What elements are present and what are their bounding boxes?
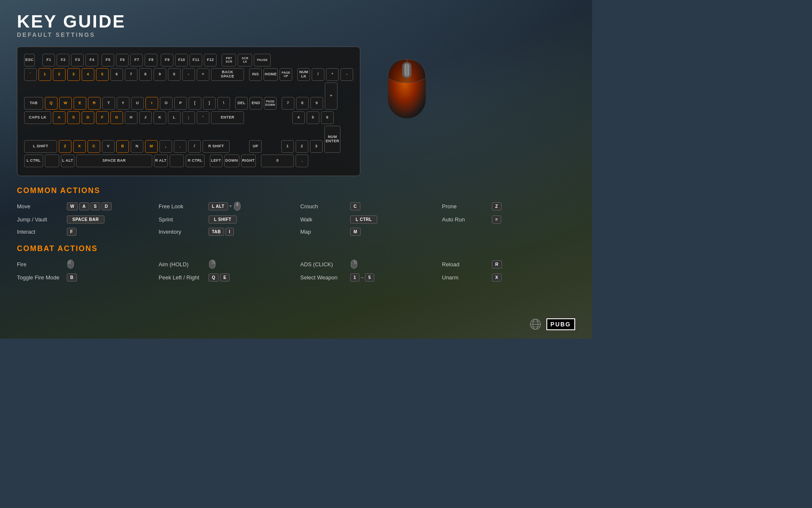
key-left: LEFT [210, 155, 222, 167]
key-n: N [131, 140, 143, 153]
key-num4: 4 [292, 111, 305, 124]
key-num7: 7 [282, 97, 294, 110]
key-lshift: L SHIFT [24, 140, 57, 153]
key-numminus: - [340, 68, 353, 81]
action-peek-label: Peek Left / Right [159, 274, 205, 281]
key-badge-d: D [102, 202, 112, 210]
key-badge-lctrl: L CTRL [350, 215, 377, 224]
action-walk-label: Walk [300, 216, 347, 223]
key-9: 9 [154, 68, 166, 81]
key-c: C [88, 140, 100, 153]
action-aim: Aim (HOLD) [159, 259, 292, 269]
key-lbracket: [ [189, 97, 201, 110]
key-t: T [102, 97, 115, 110]
action-prone-label: Prone [442, 203, 488, 210]
key-space: SPACE BAR [76, 155, 152, 167]
action-prone: Prone Z [442, 201, 575, 211]
key-f5: F5 [102, 54, 114, 66]
key-f8: F8 [145, 54, 157, 66]
key-numenter: NUMENTER [324, 126, 340, 153]
action-aim-keys [208, 259, 216, 269]
key-f2: F2 [57, 54, 69, 66]
key-numslash: / [312, 68, 324, 81]
key-capslk: CAPS LK [24, 111, 51, 124]
key-badge-w: W [67, 202, 78, 210]
key-i: I [145, 97, 158, 110]
action-sprint: Sprint L SHIFT [159, 215, 292, 224]
action-inventory-keys: TAB I [208, 228, 234, 236]
combat-actions-title: COMBAT ACTIONS [17, 244, 575, 253]
rmb-icon-aim [208, 259, 216, 269]
key-rbracket: ] [203, 97, 216, 110]
title-section: KEY GUIDE DEFAULT SETTINGS [17, 13, 575, 38]
action-interact: Interact F [17, 228, 150, 236]
action-selectweapon-label: Select Weapon [300, 274, 347, 281]
key-badge-b: B [67, 273, 77, 282]
key-num5: 5 [307, 111, 319, 124]
action-move: Move W A S D [17, 201, 150, 211]
key-0: 0 [168, 68, 181, 81]
action-firemode-keys: B [67, 273, 77, 282]
action-jump-keys: SPACE BAR [67, 215, 104, 224]
action-walk: Walk L CTRL [300, 215, 433, 224]
action-autorun-label: Auto Run [442, 216, 488, 223]
action-inventory-label: Inventory [159, 229, 205, 235]
action-autorun: Auto Run = [442, 215, 575, 224]
key-badge-x: X [492, 273, 502, 282]
action-peek-keys: Q E [208, 273, 230, 282]
key-del: DEL [235, 97, 248, 110]
action-firemode: Toggle Fire Mode B [17, 273, 150, 282]
action-interact-keys: F [67, 228, 77, 236]
mouse-diagram [373, 47, 441, 140]
key-z: Z [59, 140, 71, 153]
key-f10: F10 [175, 54, 188, 66]
action-walk-keys: L CTRL [350, 215, 377, 224]
action-jump: Jump / Vault SPACE BAR [17, 215, 150, 224]
key-quote: ' [197, 111, 209, 124]
key-f4: F4 [85, 54, 98, 66]
action-map-keys: M [350, 228, 361, 236]
key-4: 4 [82, 68, 94, 81]
key-up: UP [249, 140, 262, 153]
key-5: 5 [96, 68, 109, 81]
action-prone-keys: Z [492, 202, 502, 210]
key-f: F [96, 111, 109, 124]
key-badge-a: A [79, 202, 89, 210]
key-x: X [73, 140, 86, 153]
action-interact-label: Interact [17, 229, 63, 235]
key-badge-q: Q [208, 273, 219, 282]
kb-row-zxcv: L SHIFT Z X C V B N M , . / R SHIFT UP 1… [24, 126, 353, 153]
key-badge-s: S [91, 202, 100, 210]
key-lwin [45, 155, 59, 167]
action-unarm-label: Unarm [442, 274, 488, 281]
key-pageup: PAGEUP [280, 68, 292, 81]
action-fire-label: Fire [17, 261, 63, 268]
combat-actions-section: COMBAT ACTIONS Fire Aim (HOLD) [17, 244, 575, 282]
action-crouch-label: Crouch [300, 203, 347, 210]
key-badge-5w: 5 [365, 273, 374, 282]
key-f1: F1 [42, 54, 55, 66]
key-scrlk: SCRLK [238, 54, 252, 66]
action-freelook-label: Free Look [159, 203, 205, 210]
combat-actions-grid: Fire Aim (HOLD) [17, 259, 575, 282]
key-y: Y [117, 97, 129, 110]
kb-row-function: ESC F1 F2 F3 F4 F5 F6 F7 F8 F9 F10 F11 F… [24, 54, 353, 66]
action-crouch-keys: C [350, 202, 360, 210]
key-rshift: R SHIFT [203, 140, 230, 153]
key-badge-f: F [67, 228, 77, 236]
key-backslash: \ [217, 97, 230, 110]
key-f6: F6 [116, 54, 129, 66]
key-badge-lalt: L ALT [208, 202, 228, 210]
key-w: W [59, 97, 72, 110]
key-enter: ENTER [211, 111, 244, 124]
kb-row-asdf: CAPS LK A S D F G H J K L ; ' ENTER 4 5 … [24, 111, 353, 124]
key-rctrl: R CTRL [186, 155, 205, 167]
key-period: . [174, 140, 187, 153]
key-numlk: NUMLK [297, 68, 310, 81]
action-unarm: Unarm X [442, 273, 575, 282]
key-pagedown: PAGEDOWN [264, 97, 277, 110]
key-numstar: * [326, 68, 339, 81]
key-3: 3 [67, 68, 80, 81]
keyboard-diagram: ESC F1 F2 F3 F4 F5 F6 F7 F8 F9 F10 F11 F… [17, 47, 360, 176]
action-empty [442, 228, 575, 236]
